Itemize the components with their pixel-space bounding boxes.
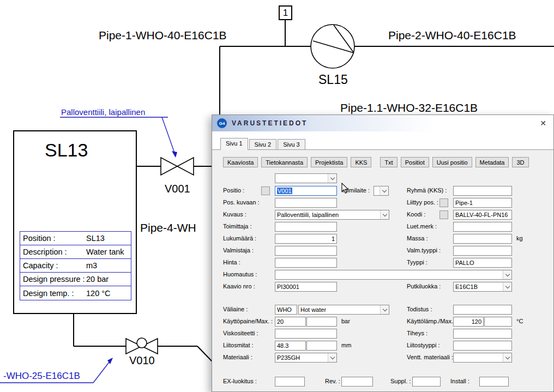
todistus-input[interactable] (453, 305, 512, 315)
uusi-positio-button[interactable]: Uusi positio (432, 157, 472, 167)
tiheys-input[interactable] (453, 329, 512, 339)
liittyy-pos-picker-button[interactable] (439, 198, 448, 207)
huomautus-combo[interactable] (275, 270, 512, 280)
massa-unit: kg (516, 235, 523, 242)
huomautus-label: Huomautus : (223, 271, 257, 278)
valve1-label: V001 (165, 183, 190, 195)
ex-luokitus-input[interactable] (275, 377, 305, 387)
install-label: Install : (450, 378, 469, 384)
liitosmitat-max-input[interactable] (306, 341, 337, 351)
kayttolamp-max-input[interactable] (484, 317, 512, 327)
rev-label: Rev. : (325, 378, 340, 384)
pipe2-label: Pipe-2-WHO-40-E16C1B (388, 29, 516, 42)
info-label: Position : (23, 234, 86, 243)
chevron-down-icon (503, 270, 511, 279)
massa-input[interactable] (453, 234, 512, 244)
toimittaja-input[interactable] (275, 222, 337, 232)
toimittaja-label: Toimittaja : (223, 223, 252, 230)
dialog-toolbar: Kaaviosta Tietokannasta Projektista KKS … (223, 157, 529, 167)
table-row: Design pressure : 20 bar (20, 273, 131, 286)
kuvaus-label: Kuvaus : (223, 211, 246, 218)
valiaine-label: Väliaine : (223, 306, 248, 312)
valm-tyyppi-input[interactable] (453, 246, 512, 256)
chevron-down-icon (380, 305, 389, 314)
positiot-button[interactable]: Positiot (401, 157, 429, 167)
putkiluokka-label: Putkiluokka : (407, 283, 441, 290)
pos-kuvaan-label: Pos. kuvaan : (223, 199, 260, 206)
liitostyyppi-input[interactable] (453, 341, 512, 351)
tyyppi-label: Tyyppi : (407, 259, 427, 266)
tank-label: SL13 (45, 140, 88, 161)
chevron-down-icon (503, 282, 511, 291)
projektista-button[interactable]: Projektista (311, 157, 347, 167)
txt-button[interactable]: Txt (380, 157, 397, 167)
koodi-picker-button[interactable] (439, 210, 448, 219)
kuvaus-value: Palloventtiili, laipallinen (277, 212, 339, 218)
lukumaara-input[interactable] (275, 234, 337, 244)
valiaine-combo[interactable]: Hot water (298, 305, 389, 315)
rev-input[interactable] (341, 377, 373, 387)
massa-label: Massa : (407, 235, 428, 242)
kaaviosta-button[interactable]: Kaaviosta (223, 157, 258, 167)
materiaali-value: P235GH (277, 354, 300, 361)
table-row: Capacity : m3 (20, 259, 131, 273)
kayttopaine-input[interactable] (275, 317, 306, 327)
viskositeetti-label: Viskositeetti : (223, 330, 258, 336)
close-icon[interactable]: ✕ (540, 119, 546, 128)
materiaali-combo[interactable]: P235GH (275, 353, 337, 363)
valve-annotation: Palloventtiili, laipallinen (61, 107, 145, 117)
table-row: Position : SL13 (20, 232, 131, 245)
liitosmitat-input[interactable] (275, 341, 306, 351)
tietokannasta-button[interactable]: Tietokannasta (261, 157, 308, 167)
tab-sivu1[interactable]: Sivu 1 (220, 138, 248, 150)
valmistaja-input[interactable] (275, 246, 337, 256)
app-icon: G4 (217, 118, 227, 128)
luet-merk-input[interactable] (453, 222, 512, 232)
toimilaite-combo[interactable] (374, 186, 389, 196)
pos-kuvaan-input[interactable] (275, 198, 337, 208)
table-row: Description : Water tank (20, 245, 131, 259)
viskositeetti-input[interactable] (275, 329, 337, 339)
pipe25-label: -WHO-25-E16C1B (3, 371, 80, 382)
kayttolamp-input[interactable] (453, 317, 484, 327)
valve2-label: V010 (129, 354, 155, 367)
ex-luokitus-label: EX-luokitus : (223, 378, 257, 384)
ryhma-input[interactable] (453, 186, 512, 196)
metadata-button[interactable]: Metadata (475, 157, 509, 167)
ventt-materiaali-combo[interactable] (453, 353, 512, 363)
install-input[interactable] (479, 377, 509, 387)
tab-sivu2[interactable]: Sivu 2 (249, 139, 277, 149)
positio-picker-button[interactable] (261, 186, 270, 195)
putkiluokka-combo[interactable]: E16C1B (453, 282, 512, 292)
tiheys-label: Tiheys : (407, 330, 427, 336)
putkiluokka-value: E16C1B (455, 284, 478, 290)
kayttopaine-max-input[interactable] (306, 317, 337, 327)
info-label: Description : (23, 248, 86, 256)
kayttopaine-label: Käyttöpaine/Max. : (223, 318, 273, 324)
position-select-combo[interactable] (275, 173, 337, 183)
info-value: SL13 (86, 234, 105, 243)
todistus-label: Todistus : (407, 306, 432, 312)
positio-input[interactable]: V001 (275, 186, 337, 196)
kayttopaine-unit: bar (341, 318, 350, 324)
chevron-down-icon (328, 353, 336, 362)
materiaali-label: Materiaali : (223, 354, 252, 360)
chevron-down-icon (380, 186, 388, 195)
tyyppi-input[interactable] (453, 258, 512, 268)
table-row: Design temp. : 120 °C (20, 286, 131, 300)
valiaine-code-input[interactable] (275, 305, 297, 315)
tabstrip: Sivu 1 Sivu 2 Sivu 3 (212, 131, 553, 150)
kaavio-nro-label: Kaavio nro : (223, 283, 255, 290)
dialog-titlebar[interactable]: G4 VARUSTETIEDOT ✕ (212, 115, 553, 131)
kuvaus-combo[interactable]: Palloventtiili, laipallinen (275, 210, 389, 220)
pipe1-label: Pipe-1-WHO-40-E16C1B (99, 29, 227, 42)
koodi-input[interactable] (453, 210, 512, 220)
liittyy-pos-input[interactable] (453, 198, 512, 208)
kaavio-nro-input[interactable] (275, 282, 337, 292)
chevron-down-icon (328, 174, 336, 183)
tab-sivu3[interactable]: Sivu 3 (278, 139, 305, 149)
suppl-input[interactable] (412, 377, 441, 387)
kks-button[interactable]: KKS (351, 157, 371, 167)
hinta-input[interactable] (275, 258, 337, 268)
3d-button[interactable]: 3D (512, 157, 528, 167)
